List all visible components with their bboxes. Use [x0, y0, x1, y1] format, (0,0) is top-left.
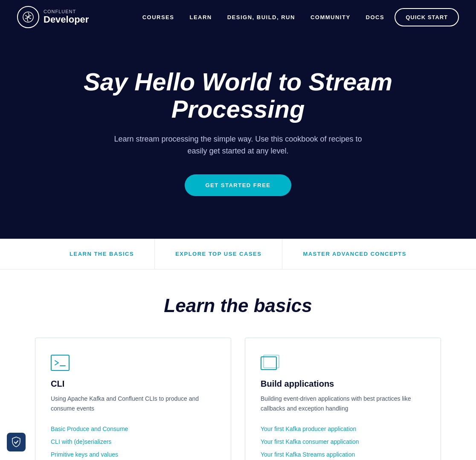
tab-explore-use-cases[interactable]: EXPLORE TOP USE CASES [154, 239, 282, 269]
nav-design-build-run[interactable]: DESIGN, BUILD, RUN [227, 14, 295, 20]
build-apps-card: Build applications Building event-driven… [245, 338, 441, 460]
cli-link-1[interactable]: CLI with (de)serializers [51, 438, 111, 445]
build-apps-card-title: Build applications [261, 379, 425, 389]
nav-courses[interactable]: COURSES [142, 14, 174, 20]
build-apps-card-description: Building event-driven applications with … [261, 394, 425, 413]
get-started-button[interactable]: GET STARTED FREE [185, 174, 291, 196]
build-apps-icon [261, 353, 279, 372]
logo-link[interactable]: CONFLUENT Developer [17, 6, 89, 28]
quick-start-button[interactable]: QUICK START [395, 8, 459, 26]
cli-link-2[interactable]: Primitive keys and values [51, 451, 118, 458]
logo-icon [17, 6, 39, 28]
nav-learn[interactable]: LEARN [189, 14, 212, 20]
security-badge[interactable] [7, 433, 26, 451]
build-link-2[interactable]: Your first Kafka Streams application [261, 451, 355, 458]
build-apps-card-links: Your first Kafka producer application Yo… [261, 425, 425, 460]
build-link-0[interactable]: Your first Kafka producer application [261, 425, 356, 432]
brand-developer: Developer [44, 14, 89, 25]
navbar: CONFLUENT Developer COURSES LEARN DESIGN… [0, 0, 476, 34]
hero-title: Say Hello World to Stream Processing [55, 68, 421, 123]
cli-card-links: Basic Produce and Consume CLI with (de)s… [51, 425, 215, 460]
build-link-1[interactable]: Your first Kafka consumer application [261, 438, 359, 445]
hero-section: Say Hello World to Stream Processing Lea… [0, 34, 476, 239]
brand-confluent: CONFLUENT [44, 9, 89, 14]
section-title: Learn the basics [17, 295, 459, 316]
cli-card-title: CLI [51, 379, 215, 389]
cli-card-description: Using Apache Kafka and Confluent CLIs to… [51, 394, 215, 413]
nav-docs[interactable]: DOCS [366, 14, 385, 20]
cli-link-0[interactable]: Basic Produce and Consume [51, 425, 128, 432]
tab-master-advanced[interactable]: MASTER ADVANCED CONCEPTS [282, 239, 427, 269]
tab-learn-basics[interactable]: LEARN THE BASICS [49, 239, 154, 269]
nav-links: COURSES LEARN DESIGN, BUILD, RUN COMMUNI… [142, 13, 384, 21]
cards-container: CLI Using Apache Kafka and Confluent CLI… [25, 338, 451, 460]
cli-card: CLI Using Apache Kafka and Confluent CLI… [35, 338, 231, 460]
cli-icon [51, 353, 70, 372]
svg-rect-1 [51, 355, 69, 370]
logo-text: CONFLUENT Developer [44, 9, 89, 25]
tabs-bar: LEARN THE BASICS EXPLORE TOP USE CASES M… [0, 239, 476, 269]
nav-community[interactable]: COMMUNITY [311, 14, 351, 20]
learn-basics-section: Learn the basics CLI Using Apache Kafka … [0, 269, 476, 460]
hero-subtitle: Learn stream processing the simple way. … [106, 133, 370, 158]
